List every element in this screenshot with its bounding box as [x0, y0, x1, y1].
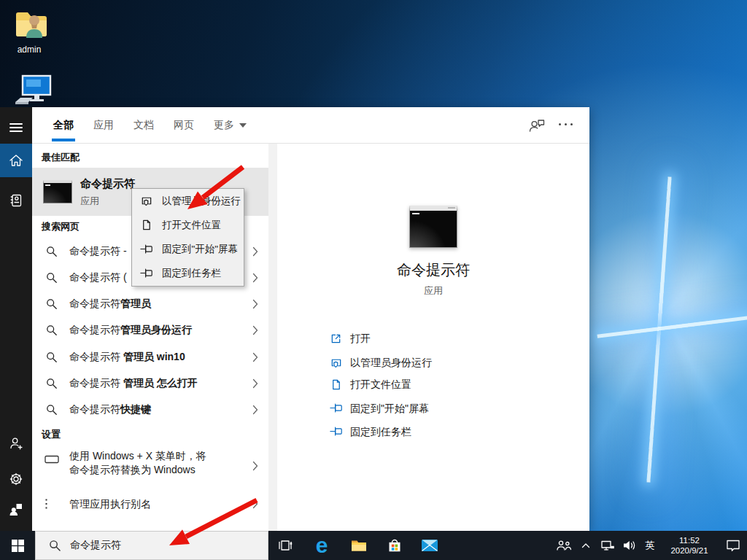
search-icon	[46, 404, 58, 419]
menu-item-open-file-location[interactable]: 打开文件位置	[132, 213, 244, 237]
windows-logo-icon	[12, 540, 24, 552]
search-icon	[46, 272, 58, 287]
web-suggestion-row[interactable]: 命令提示符快捷键	[32, 397, 268, 423]
chevron-right-icon[interactable]	[252, 352, 258, 365]
action-center-button[interactable]	[719, 539, 747, 552]
edge-browser-button[interactable]: e	[305, 531, 338, 560]
run-as-admin-icon	[330, 357, 342, 372]
search-icon	[49, 540, 61, 552]
replace-console-icon	[44, 454, 59, 467]
rail-journal-button[interactable]	[0, 186, 32, 215]
admin-folder-icon	[10, 9, 48, 42]
rail-home-button[interactable]	[0, 144, 32, 177]
gear-icon	[9, 472, 23, 486]
rail-feedback-button[interactable]	[0, 495, 32, 524]
chevron-right-icon[interactable]	[252, 405, 258, 418]
taskbar-search-box[interactable]: 命令提示符	[35, 531, 268, 560]
preview-action-pin-to-taskbar[interactable]: 固定到任务栏	[277, 422, 589, 443]
run-as-admin-icon	[140, 195, 155, 207]
tab-more[interactable]: 更多	[214, 107, 247, 144]
store-icon	[387, 537, 403, 553]
hamburger-menu-button[interactable]	[0, 113, 32, 142]
chevron-up-icon	[581, 542, 590, 548]
web-search-header: 搜索网页	[42, 220, 80, 233]
menu-item-pin-to-start[interactable]: 固定到"开始"屏幕	[132, 237, 244, 261]
settings-result-row[interactable]: 管理应用执行别名	[32, 491, 268, 517]
desktop-icon-admin-folder[interactable]: admin	[6, 9, 53, 55]
start-button[interactable]	[0, 531, 35, 560]
mail-icon	[421, 539, 438, 552]
preview-app-subtitle: 应用	[277, 284, 589, 298]
network-button[interactable]	[597, 540, 619, 551]
file-location-icon	[140, 219, 155, 231]
mail-button[interactable]	[413, 531, 446, 560]
search-icon	[46, 324, 58, 339]
open-icon	[330, 332, 342, 348]
task-view-icon	[277, 539, 293, 552]
tray-overflow-button[interactable]	[575, 542, 597, 548]
tab-apps[interactable]: 应用	[93, 107, 114, 144]
volume-icon	[622, 540, 637, 551]
chevron-right-icon[interactable]	[252, 499, 258, 512]
chevron-right-icon[interactable]	[252, 246, 258, 260]
pin-icon	[140, 268, 155, 278]
tab-all[interactable]: 全部	[53, 107, 74, 144]
menu-item-pin-to-taskbar[interactable]: 固定到任务栏	[132, 261, 244, 285]
task-view-button[interactable]	[268, 531, 302, 560]
preview-action-open[interactable]: 打开	[277, 329, 589, 349]
search-left-rail	[0, 107, 32, 531]
hamburger-icon	[9, 122, 23, 133]
notebook-icon	[9, 193, 23, 208]
cmd-app-icon	[43, 180, 72, 203]
search-icon	[46, 351, 58, 366]
network-icon	[600, 540, 615, 551]
panel-column-divider	[268, 144, 277, 531]
tab-documents[interactable]: 文档	[133, 107, 154, 144]
web-suggestion-row[interactable]: 命令提示符 管理员 怎么打开	[32, 370, 268, 397]
file-explorer-button[interactable]	[342, 531, 376, 560]
web-suggestion-row[interactable]: 命令提示符管理员	[32, 291, 268, 317]
taskbar-clock[interactable]: 11:52 2020/9/21	[664, 535, 715, 556]
folder-icon	[350, 538, 368, 553]
chevron-right-icon[interactable]	[252, 325, 258, 338]
this-pc-icon	[12, 73, 55, 108]
edge-icon: e	[316, 534, 328, 556]
settings-result-row[interactable]: 使用 Windows + X 菜单时，将 命令提示符替换为 Windows	[32, 446, 268, 486]
desktop-icon-label: admin	[6, 44, 53, 55]
pin-icon	[140, 244, 155, 254]
action-center-icon	[726, 539, 740, 552]
preview-action-pin-to-start[interactable]: 固定到"开始"屏幕	[277, 399, 589, 419]
desktop-icon-this-pc[interactable]	[10, 73, 57, 110]
preview-pane: 命令提示符 应用 打开 以管理员身份运行 打开文件位置 固定到"开始"屏幕 固定	[277, 144, 589, 531]
app-alias-list-icon	[44, 498, 58, 513]
chevron-right-icon[interactable]	[252, 299, 258, 312]
web-suggestion-row[interactable]: 命令提示符 管理员 win10	[32, 344, 268, 370]
best-match-subtitle: 应用	[80, 195, 99, 208]
context-menu: 以管理员身份运行 打开文件位置 固定到"开始"屏幕 固定到任务栏	[131, 188, 244, 287]
person-add-icon	[9, 436, 23, 451]
preview-action-open-file-location[interactable]: 打开文件位置	[277, 375, 589, 395]
chevron-right-icon[interactable]	[252, 378, 258, 392]
menu-item-run-as-admin[interactable]: 以管理员身份运行	[132, 189, 244, 213]
web-suggestion-row[interactable]: 命令提示符管理员身份运行	[32, 317, 268, 343]
preview-action-run-as-admin[interactable]: 以管理员身份运行	[277, 353, 589, 373]
more-options-button[interactable]	[559, 123, 578, 125]
best-match-header: 最佳匹配	[42, 151, 80, 164]
chevron-right-icon[interactable]	[252, 461, 258, 474]
tab-web[interactable]: 网页	[174, 107, 194, 144]
volume-button[interactable]	[619, 540, 640, 551]
search-panel: 全部 应用 文档 网页 更多 最佳匹配 命令提示符 应用 搜索网页 命令提示符 …	[32, 107, 589, 531]
search-icon	[46, 378, 58, 392]
people-button[interactable]	[553, 540, 575, 551]
search-tabs-row: 全部 应用 文档 网页 更多	[32, 107, 589, 144]
settings-header: 设置	[42, 428, 61, 441]
chevron-right-icon[interactable]	[252, 273, 258, 286]
feedback-icon	[9, 502, 23, 517]
cmd-app-icon-large	[409, 206, 457, 248]
rail-settings-button[interactable]	[0, 464, 32, 494]
microsoft-store-button[interactable]	[378, 531, 411, 560]
ime-indicator[interactable]: 英	[640, 539, 659, 552]
rail-account-button[interactable]	[0, 429, 32, 458]
feedback-button[interactable]	[528, 118, 546, 136]
clock-time: 11:52	[664, 535, 715, 545]
